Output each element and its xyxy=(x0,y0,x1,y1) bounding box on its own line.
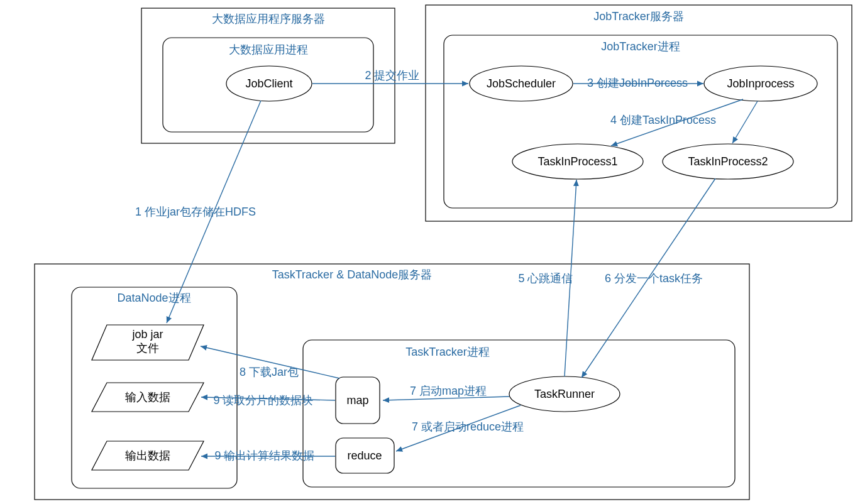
edge-7b: 7 或者启动reduce进程 xyxy=(396,405,524,451)
svg-text:8 下载Jar包: 8 下载Jar包 xyxy=(240,366,299,378)
svg-text:5 心跳通信: 5 心跳通信 xyxy=(518,272,573,285)
jobtracker-server-title: JobTracker服务器 xyxy=(593,10,683,23)
label-jobclient: JobClient xyxy=(245,77,292,90)
label-reduce: reduce xyxy=(347,449,382,462)
svg-text:9 读取分片的数据块: 9 读取分片的数据块 xyxy=(213,394,313,407)
label-inputdata: 输入数据 xyxy=(125,391,170,403)
svg-rect-0 xyxy=(141,8,395,143)
tasktracker-process-title: TaskTracker进程 xyxy=(405,346,489,358)
svg-text:7 或者启动reduce进程: 7 或者启动reduce进程 xyxy=(412,420,524,433)
label-taskrunner: TaskRunner xyxy=(534,388,595,400)
tt-dn-server-title: TaskTracker & DataNode服务器 xyxy=(272,268,432,281)
svg-rect-2 xyxy=(426,5,852,221)
label-jobjar2: 文件 xyxy=(136,342,159,354)
svg-text:7 启动map进程: 7 启动map进程 xyxy=(410,385,487,397)
svg-text:6 分发一个task任务: 6 分发一个task任务 xyxy=(605,272,703,285)
edge-1: 1 作业jar包存储在HDFS xyxy=(135,101,261,323)
edge-2: 2 提交作业 xyxy=(312,69,468,84)
label-jobjar1: job jar xyxy=(131,328,163,341)
label-tip1: TaskInProcess1 xyxy=(538,155,617,168)
edge-9a: 9 读取分片的数据块 xyxy=(201,394,335,407)
tasktracker-process-box xyxy=(303,340,735,487)
app-server-container: 大数据应用程序服务器 大数据应用进程 JobClient xyxy=(141,8,395,143)
app-server-title: 大数据应用程序服务器 xyxy=(212,13,325,25)
edge-9b: 9 输出计算结果数据 xyxy=(201,449,335,462)
diagram-canvas: 大数据应用程序服务器 大数据应用进程 JobClient JobTracker服… xyxy=(0,0,860,504)
tt-dn-server-container: TaskTracker & DataNode服务器 DataNode进程 job… xyxy=(35,264,749,500)
jobtracker-server-container: JobTracker服务器 JobTracker进程 JobScheduler … xyxy=(426,5,852,221)
label-jobinprocess: JobInprocess xyxy=(727,77,794,90)
app-process-title: 大数据应用进程 xyxy=(229,43,308,56)
svg-text:1 作业jar包存储在HDFS: 1 作业jar包存储在HDFS xyxy=(135,205,256,218)
edge-7a: 7 启动map进程 xyxy=(383,385,509,400)
svg-line-13 xyxy=(732,101,758,143)
svg-text:2 提交作业: 2 提交作业 xyxy=(365,69,419,82)
label-jobscheduler: JobScheduler xyxy=(487,77,556,90)
svg-text:3 创建JobInPorcess: 3 创建JobInPorcess xyxy=(587,77,688,89)
edge-4: 4 创建TaskInProcess xyxy=(610,99,758,146)
edge-5: 5 心跳通信 xyxy=(518,180,576,376)
label-outputdata: 输出数据 xyxy=(125,449,170,462)
edge-8: 8 下载Jar包 xyxy=(201,346,339,378)
edge-3: 3 创建JobInPorcess xyxy=(573,77,703,89)
svg-text:9 输出计算结果数据: 9 输出计算结果数据 xyxy=(214,449,314,462)
jobtracker-process-title: JobTracker进程 xyxy=(601,40,680,53)
label-tip2: TaskInProcess2 xyxy=(688,155,768,168)
svg-text:4 创建TaskInProcess: 4 创建TaskInProcess xyxy=(610,114,716,126)
label-map: map xyxy=(346,394,368,407)
datanode-process-title: DataNode进程 xyxy=(117,292,190,304)
